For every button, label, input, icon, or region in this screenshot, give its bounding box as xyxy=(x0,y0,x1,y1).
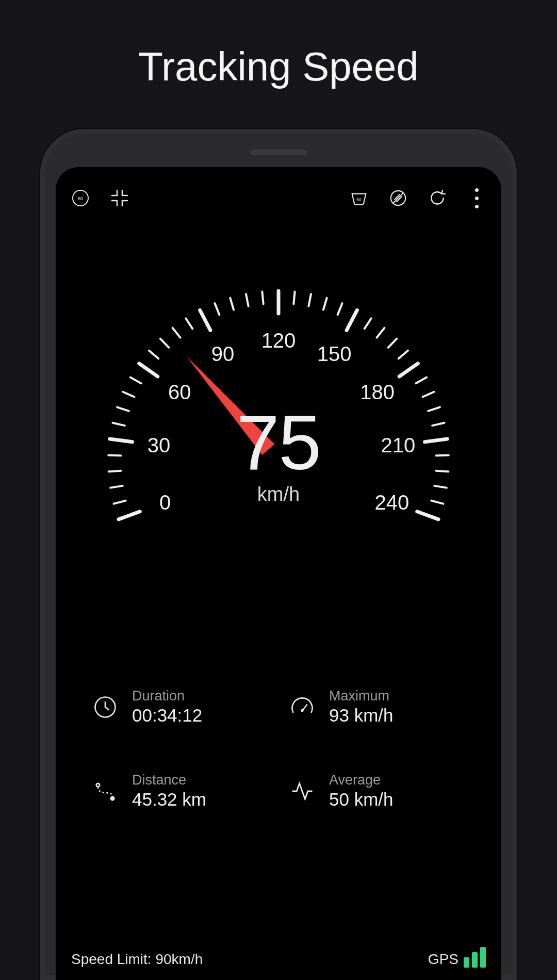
svg-text:90: 90 xyxy=(211,342,235,365)
app-footer: Speed Limit: 90km/h GPS xyxy=(71,947,486,968)
svg-line-45 xyxy=(416,378,427,384)
svg-point-61 xyxy=(96,783,100,787)
svg-line-34 xyxy=(308,294,311,306)
reset-button[interactable] xyxy=(425,186,450,210)
speed-limit-button[interactable]: 80 xyxy=(68,186,93,210)
stat-label: Duration xyxy=(132,688,202,704)
stats-grid: Duration 00:34:12 Maximum 93 km/h xyxy=(92,688,465,810)
svg-line-40 xyxy=(376,328,384,338)
stat-value: 00:34:12 xyxy=(132,705,202,726)
svg-line-4 xyxy=(393,193,403,203)
svg-text:80: 80 xyxy=(78,196,83,201)
page-title: Tracking Speed xyxy=(0,0,557,90)
svg-line-9 xyxy=(114,501,126,504)
svg-line-18 xyxy=(130,378,141,384)
svg-text:60: 60 xyxy=(168,381,191,403)
stat-value: 50 km/h xyxy=(329,789,394,810)
svg-line-22 xyxy=(160,339,169,348)
svg-text:150: 150 xyxy=(317,342,352,365)
route-icon xyxy=(92,778,119,805)
svg-line-35 xyxy=(323,298,327,310)
svg-line-13 xyxy=(110,439,133,442)
speedometer-gauge: 0306090120150180210240 75 km/h xyxy=(93,255,464,626)
svg-line-21 xyxy=(149,351,158,359)
phone-frame: 80 60 xyxy=(40,129,517,980)
svg-line-19 xyxy=(139,364,158,377)
svg-text:180: 180 xyxy=(360,381,395,403)
svg-line-27 xyxy=(215,303,219,315)
stat-distance: Distance 45.32 km xyxy=(92,772,268,810)
phone-speaker-grille xyxy=(250,150,307,155)
svg-text:0: 0 xyxy=(159,491,171,514)
svg-line-23 xyxy=(173,328,181,338)
svg-line-48 xyxy=(432,423,444,426)
theme-toggle-button[interactable] xyxy=(386,186,411,210)
svg-line-25 xyxy=(200,310,210,330)
exit-fullscreen-button[interactable] xyxy=(107,186,132,210)
speed-readout: 75 km/h xyxy=(237,404,321,505)
svg-line-54 xyxy=(431,501,443,504)
svg-text:210: 210 xyxy=(381,434,416,456)
speed-value: 75 xyxy=(237,404,321,481)
svg-line-52 xyxy=(436,471,448,471)
clock-icon xyxy=(92,694,119,721)
stat-maximum: Maximum 93 km/h xyxy=(289,688,465,726)
svg-text:120: 120 xyxy=(261,329,296,352)
phone-screen: 80 60 xyxy=(56,167,501,980)
stat-value: 93 km/h xyxy=(329,705,394,726)
svg-line-39 xyxy=(365,318,371,329)
svg-line-43 xyxy=(399,364,418,377)
svg-line-10 xyxy=(110,486,123,488)
stat-duration: Duration 00:34:12 xyxy=(92,688,268,726)
svg-point-62 xyxy=(111,796,114,800)
svg-line-24 xyxy=(186,318,192,329)
svg-line-53 xyxy=(434,486,447,488)
svg-line-16 xyxy=(117,407,129,411)
svg-line-30 xyxy=(262,292,263,304)
stat-average: Average 50 km/h xyxy=(289,772,465,810)
svg-line-55 xyxy=(417,512,438,519)
svg-text:30: 30 xyxy=(148,434,171,456)
svg-line-37 xyxy=(347,310,357,330)
svg-line-28 xyxy=(230,298,234,310)
hud-mode-button[interactable]: 60 xyxy=(347,186,371,210)
svg-line-46 xyxy=(423,392,434,397)
svg-line-33 xyxy=(293,292,294,304)
wave-icon xyxy=(289,778,316,805)
stat-label: Distance xyxy=(132,772,206,788)
svg-line-29 xyxy=(246,294,249,306)
svg-line-11 xyxy=(109,471,121,471)
more-options-button[interactable] xyxy=(464,186,489,210)
stat-label: Average xyxy=(329,772,394,788)
svg-line-7 xyxy=(119,512,140,519)
svg-line-15 xyxy=(112,423,124,426)
stat-value: 45.32 km xyxy=(132,789,206,810)
gps-signal-bars-icon xyxy=(464,947,486,968)
speed-unit: km/h xyxy=(237,483,321,505)
speed-limit-label: Speed Limit: 90km/h xyxy=(71,951,203,968)
svg-line-51 xyxy=(436,455,449,455)
svg-line-36 xyxy=(338,303,342,315)
stat-label: Maximum xyxy=(329,688,394,704)
app-toolbar: 80 60 xyxy=(56,186,501,210)
svg-line-17 xyxy=(123,392,135,397)
gauge-icon xyxy=(289,694,316,721)
svg-line-47 xyxy=(428,407,440,411)
gps-status: GPS xyxy=(428,947,486,968)
svg-line-12 xyxy=(108,455,121,455)
svg-line-49 xyxy=(425,439,448,442)
svg-line-42 xyxy=(399,351,408,359)
svg-text:240: 240 xyxy=(375,491,409,514)
svg-line-60 xyxy=(302,704,307,710)
gps-label: GPS xyxy=(428,951,458,968)
svg-line-41 xyxy=(388,339,397,348)
svg-text:60: 60 xyxy=(356,197,362,202)
